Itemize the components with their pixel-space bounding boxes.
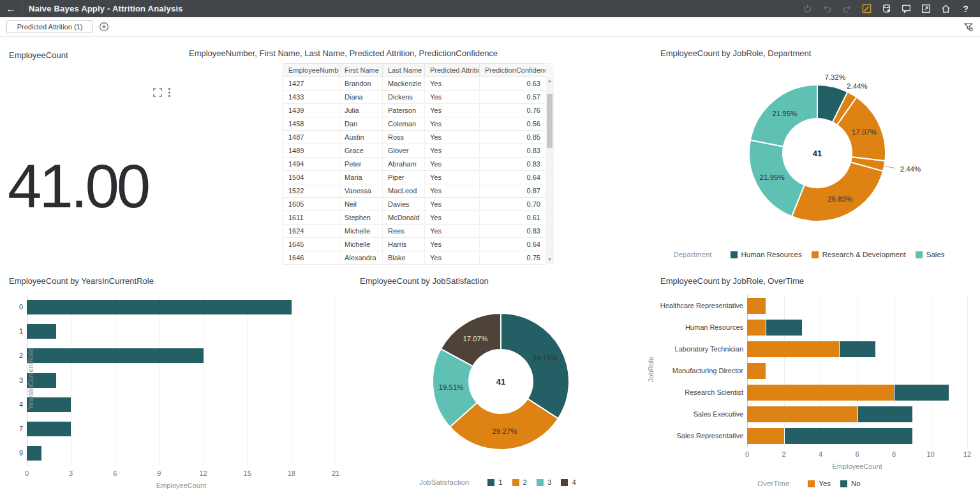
slice-percent-label: 26.83% (828, 195, 852, 203)
bar-segment[interactable] (27, 348, 204, 363)
help-icon[interactable]: ? (960, 3, 971, 14)
donut-slice[interactable] (501, 313, 569, 418)
bar-segment-no[interactable] (839, 341, 876, 357)
back-button[interactable]: ← (0, 0, 22, 17)
table-row[interactable]: 1646AlexandraBlakeYes0.75 (283, 251, 546, 265)
data-refresh-icon[interactable] (881, 3, 892, 14)
legend-entry[interactable]: 2 (512, 478, 527, 486)
legend-entry[interactable]: Research & Development (812, 251, 906, 258)
slice-percent-label: 2.44% (900, 165, 921, 173)
edit-icon[interactable] (861, 3, 872, 14)
table-cell: 1489 (283, 144, 339, 158)
x-axis-title: EmployeeCount (27, 482, 336, 489)
bar-segment-yes[interactable] (747, 341, 839, 357)
legend-label: Human Resources (741, 251, 802, 258)
scroll-up-icon[interactable]: ▲ (546, 77, 554, 85)
slice-percent-label: 2.44% (847, 82, 868, 90)
home-icon[interactable] (940, 3, 951, 14)
add-filter-icon[interactable] (99, 22, 109, 32)
column-header[interactable]: EmployeeNumber (283, 64, 339, 77)
bar-segment-yes[interactable] (747, 298, 766, 314)
tile-bars-yearsincurrentrole: EmployeeCount by YearsInCurrentRole 0123… (0, 271, 357, 495)
table-cell: 0.85 (480, 131, 546, 144)
slice-percent-label: 34.15% (532, 354, 557, 362)
present-icon[interactable] (921, 3, 932, 14)
legend-label: 1 (498, 478, 502, 486)
table-row[interactable]: 1439JuliaPatersonYes0.76 (283, 104, 546, 117)
table-cell: 1504 (283, 171, 339, 184)
bar-segment-no[interactable] (784, 428, 912, 444)
table-cell: 0.76 (480, 104, 546, 117)
table-row[interactable]: 1427BrandonMackenzieYes0.63 (283, 77, 546, 91)
bar-segment[interactable] (27, 446, 41, 461)
tile-employeecount-kpi[interactable]: EmployeeCount 41.00 (0, 37, 185, 271)
column-header[interactable]: PredictionConfidence (480, 64, 546, 77)
donut-slice[interactable] (792, 162, 883, 221)
undo-icon[interactable] (822, 3, 833, 14)
legend-entry[interactable]: 3 (537, 478, 551, 486)
legend-department: DepartmentHuman ResourcesResearch & Deve… (638, 251, 980, 258)
table-row[interactable]: 1645MichelleHarrisYes0.64 (283, 238, 546, 251)
column-header[interactable]: Last Name (383, 64, 425, 77)
table-cell: 1439 (283, 104, 339, 117)
table-row[interactable]: 1458DanColemanYes0.56 (283, 117, 546, 131)
redo-icon[interactable] (842, 3, 852, 14)
kebab-menu-icon[interactable] (168, 87, 171, 98)
legend-entry[interactable]: Human Resources (731, 251, 802, 258)
table-cell: Yes (425, 171, 480, 184)
table-cell: Paterson (383, 104, 425, 117)
legend-entry[interactable]: Sales (916, 251, 945, 258)
bar-segment-yes[interactable] (747, 363, 766, 379)
table-cell: Maria (339, 171, 383, 184)
bar-segment-no[interactable] (894, 385, 949, 401)
legend-entry[interactable]: No (840, 480, 861, 487)
bar-segment-yes[interactable] (747, 320, 766, 336)
tile-prediction-table: EmployeeNumber, First Name, Last Name, P… (185, 37, 638, 271)
table-row[interactable]: 1433DianaDickensYes0.57 (283, 91, 546, 104)
legend-entry[interactable]: 4 (561, 478, 575, 486)
category-label: 1 (19, 327, 23, 335)
bar-segment-yes[interactable] (747, 385, 894, 401)
table-row[interactable]: 1489GraceGloverYes0.83 (283, 144, 546, 158)
legend-swatch (731, 251, 738, 258)
bar-segment[interactable] (27, 300, 292, 314)
column-header[interactable]: Predicted Attrition (425, 64, 480, 77)
bar-segment-yes[interactable] (747, 406, 858, 422)
table-cell: Yes (425, 211, 480, 225)
table-cell: Julia (339, 104, 383, 117)
scrollbar-track[interactable]: ▲ ▼ (546, 77, 554, 264)
maximize-icon[interactable] (153, 88, 162, 97)
topbar-icon-group: ? (802, 3, 980, 14)
bar-segment[interactable] (27, 422, 71, 436)
table-row[interactable]: 1504MariaPiperYes0.64 (283, 171, 546, 184)
donut-chart-jobsatisfaction: 34.15%29.27%19.51%17.07%41 (357, 271, 638, 462)
scroll-down-icon[interactable]: ▼ (546, 256, 554, 263)
comments-icon[interactable] (901, 3, 912, 14)
bar-segment-yes[interactable] (747, 428, 784, 444)
refresh-icon[interactable] (802, 3, 813, 14)
filter-pill-predicted-attrition[interactable]: Predicted Attrition (1) (6, 20, 93, 33)
table-cell: Harris (383, 238, 425, 251)
gridline (967, 295, 968, 447)
column-header[interactable]: First Name (339, 64, 383, 77)
table-row[interactable]: 1624MichelleReesYes0.83 (283, 225, 546, 238)
workbook-title: Naive Bayes Apply - Attrition Analysis (29, 4, 183, 13)
legend-swatch (916, 251, 923, 258)
y-axis-title: YearsInCurrentRole (0, 375, 5, 385)
table-cell: Brandon (339, 77, 383, 91)
scrollbar-thumb[interactable] (547, 94, 553, 148)
bar-row (747, 385, 967, 401)
filter-settings-icon[interactable] (963, 22, 974, 32)
bar-segment[interactable] (27, 324, 56, 339)
slice-percent-label: 21.95% (760, 174, 785, 181)
bar-segment-no[interactable] (858, 406, 912, 422)
legend-entry[interactable]: 1 (487, 478, 502, 486)
legend-entry[interactable]: Yes (808, 480, 831, 487)
table-row[interactable]: 1522VanessaMacLeodYes0.87 (283, 184, 546, 198)
table-row[interactable]: 1494PeterAbrahamYes0.83 (283, 158, 546, 171)
x-tick-label: 2 (782, 450, 785, 458)
table-row[interactable]: 1487AustinRossYes0.85 (283, 131, 546, 144)
bar-segment-no[interactable] (766, 320, 803, 336)
table-row[interactable]: 1611StephenMcDonaldYes0.61 (283, 211, 546, 225)
table-row[interactable]: 1605NeilDaviesYes0.70 (283, 198, 546, 211)
